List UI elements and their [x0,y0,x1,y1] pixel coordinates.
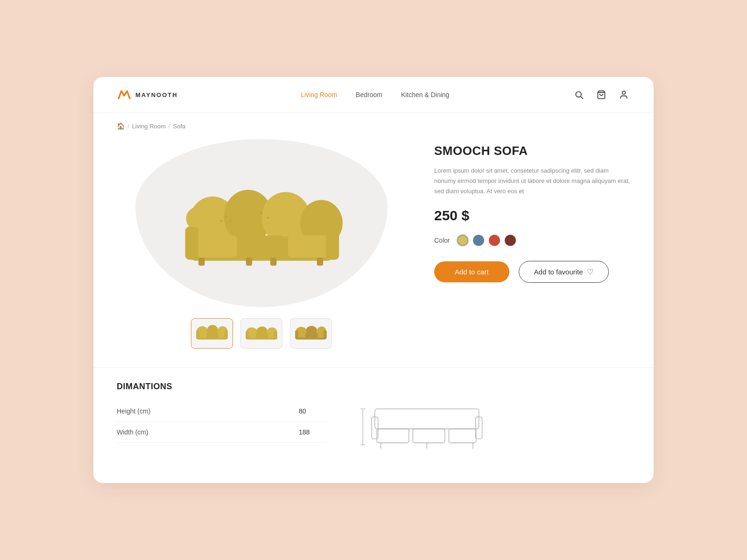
thumbnail-1[interactable] [191,318,233,349]
main-content: SMOOCH SOFA Lorem ipsum dolor sit amet, … [93,130,654,367]
action-buttons: Add to cart Add to favourite ♡ [434,261,630,283]
sofa-main-image [173,179,350,267]
product-description: Lorem ipsum dolor sit amet, consetetur s… [434,166,630,196]
svg-point-21 [229,220,232,222]
sofa-outline-diagram [355,401,495,453]
search-button[interactable] [572,88,585,101]
logo-icon [117,87,132,102]
svg-rect-11 [195,236,237,258]
add-to-favourite-button[interactable]: Add to favourite ♡ [519,261,609,283]
svg-point-22 [220,220,223,222]
svg-rect-56 [377,429,409,443]
dimensions-visual [355,401,495,453]
nav-kitchen-dining[interactable]: Kitchen & Dining [401,91,450,98]
svg-rect-32 [196,330,199,339]
header-icons [572,88,630,101]
heart-icon: ♡ [587,267,593,276]
add-to-cart-button[interactable]: Add to cart [434,261,509,282]
svg-rect-19 [317,258,323,266]
nav-bedroom[interactable]: Bedroom [356,91,382,98]
nav-living-room[interactable]: Living Room [301,91,337,98]
favourite-label: Add to favourite [534,268,583,276]
svg-point-23 [261,212,263,215]
svg-rect-41 [246,331,249,339]
dim-height-label: Height (cm) [117,407,299,415]
dim-width-label: Width (cm) [117,428,299,436]
product-price: 250 $ [434,208,630,224]
color-label: Color [434,237,450,244]
dim-text-area: Height (cm) 80 Width (cm) 188 [117,401,327,443]
dim-height-value: 80 [299,407,327,415]
svg-rect-57 [413,429,445,443]
cart-button[interactable] [595,88,608,101]
user-button[interactable] [617,88,630,101]
dim-row-width: Width (cm) 188 [117,422,327,443]
color-swatch-brown[interactable] [505,235,516,246]
main-nav: Living Room Bedroom Kitchen & Dining [301,91,449,98]
svg-rect-15 [326,227,339,260]
logo-area: MAYNOOTH [117,87,178,102]
svg-point-30 [207,325,218,335]
svg-rect-18 [270,258,276,266]
svg-point-48 [306,326,317,335]
dim-width-value: 188 [299,428,327,436]
dim-row-height: Height (cm) 80 [117,401,327,422]
svg-point-24 [267,217,269,219]
product-details: SMOOCH SOFA Lorem ipsum dolor sit amet, … [434,139,630,349]
thumbnail-3[interactable] [290,318,332,349]
svg-rect-33 [225,330,228,339]
svg-rect-55 [375,409,479,429]
svg-point-3 [622,91,626,95]
dimensions-section: DIMANTIONS Height (cm) 80 Width (cm) 188 [93,367,654,471]
product-title: SMOOCH SOFA [434,144,630,158]
svg-point-20 [225,215,227,217]
color-section: Color [434,235,630,246]
breadcrumb-living-room[interactable]: Living Room [132,123,166,130]
header: MAYNOOTH Living Room Bedroom Kitchen & D… [93,77,654,113]
thumbnail-row [191,318,332,349]
svg-rect-17 [246,258,252,266]
svg-rect-13 [288,236,329,258]
breadcrumb: 🏠 / Living Room / Sofa [93,113,654,130]
dimensions-title: DIMANTIONS [117,382,630,392]
thumbnail-2[interactable] [240,318,282,349]
svg-rect-12 [241,236,283,258]
breadcrumb-home-icon[interactable]: 🏠 [117,122,125,130]
svg-line-1 [581,97,583,99]
color-swatch-blue[interactable] [473,235,484,246]
svg-rect-50 [295,330,298,339]
app-card: MAYNOOTH Living Room Bedroom Kitchen & D… [93,77,654,483]
svg-point-39 [257,327,268,336]
svg-rect-51 [324,330,327,339]
breadcrumb-sofa: Sofa [173,123,186,130]
svg-rect-14 [185,227,199,260]
svg-rect-58 [449,429,476,443]
svg-rect-42 [274,331,277,339]
color-swatch-red[interactable] [489,235,500,246]
dim-bottom-area: Height (cm) 80 Width (cm) 188 [117,401,630,453]
brand-name: MAYNOOTH [135,91,178,98]
color-swatches [457,235,516,246]
main-image-container [135,139,388,307]
color-swatch-yellow[interactable] [457,235,468,246]
product-image-section [117,139,406,349]
svg-rect-16 [198,258,204,266]
